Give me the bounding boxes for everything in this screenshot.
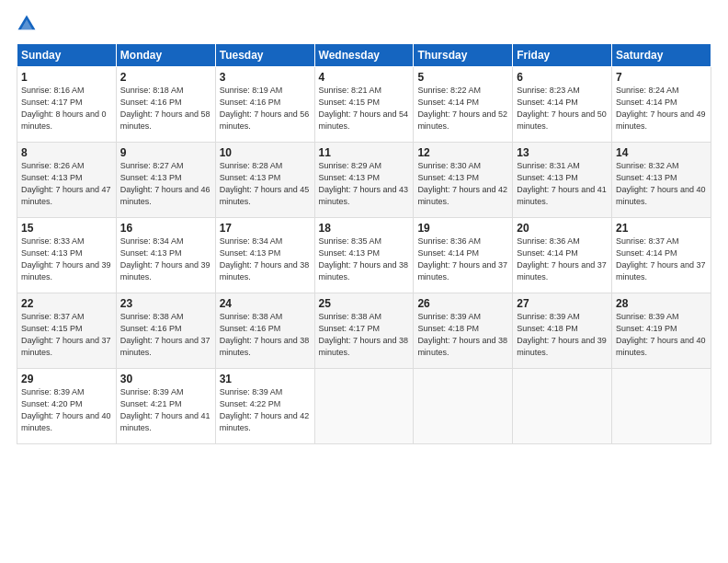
col-header-thursday: Thursday [414, 44, 513, 67]
day-number: 15 [21, 222, 112, 235]
day-detail: Sunrise: 8:38 AMSunset: 4:17 PMDaylight:… [319, 312, 409, 357]
day-cell: 24 Sunrise: 8:38 AMSunset: 4:16 PMDaylig… [215, 293, 314, 369]
day-cell [314, 369, 414, 444]
day-cell [612, 369, 711, 444]
day-detail: Sunrise: 8:34 AMSunset: 4:13 PMDaylight:… [120, 236, 210, 282]
col-header-saturday: Saturday [612, 44, 711, 67]
day-cell: 6 Sunrise: 8:23 AMSunset: 4:14 PMDayligh… [513, 67, 612, 143]
day-number: 3 [220, 71, 311, 84]
day-detail: Sunrise: 8:23 AMSunset: 4:14 PMDaylight:… [517, 86, 607, 131]
day-cell: 10 Sunrise: 8:28 AMSunset: 4:13 PMDaylig… [215, 143, 314, 218]
header-row: SundayMondayTuesdayWednesdayThursdayFrid… [17, 44, 711, 67]
day-detail: Sunrise: 8:30 AMSunset: 4:13 PMDaylight:… [417, 161, 507, 206]
day-number: 30 [120, 373, 211, 385]
calendar-body: 1 Sunrise: 8:16 AMSunset: 4:17 PMDayligh… [17, 67, 711, 444]
day-cell: 1 Sunrise: 8:16 AMSunset: 4:17 PMDayligh… [17, 67, 117, 143]
day-cell: 5 Sunrise: 8:22 AMSunset: 4:14 PMDayligh… [414, 67, 513, 143]
day-detail: Sunrise: 8:36 AMSunset: 4:14 PMDaylight:… [417, 236, 507, 282]
day-number: 1 [21, 71, 112, 84]
week-row-1: 1 Sunrise: 8:16 AMSunset: 4:17 PMDayligh… [17, 67, 711, 143]
day-number: 8 [21, 146, 112, 159]
day-detail: Sunrise: 8:19 AMSunset: 4:16 PMDaylight:… [220, 86, 310, 131]
day-detail: Sunrise: 8:34 AMSunset: 4:13 PMDaylight:… [220, 236, 310, 282]
day-number: 26 [417, 297, 508, 310]
day-cell: 4 Sunrise: 8:21 AMSunset: 4:15 PMDayligh… [314, 67, 414, 143]
day-detail: Sunrise: 8:22 AMSunset: 4:14 PMDaylight:… [417, 86, 507, 131]
day-number: 16 [120, 222, 211, 235]
day-cell: 22 Sunrise: 8:37 AMSunset: 4:15 PMDaylig… [17, 293, 117, 369]
day-detail: Sunrise: 8:29 AMSunset: 4:13 PMDaylight:… [319, 161, 409, 206]
week-row-3: 15 Sunrise: 8:33 AMSunset: 4:13 PMDaylig… [17, 218, 711, 293]
day-number: 13 [517, 146, 608, 159]
col-header-tuesday: Tuesday [215, 44, 314, 67]
day-number: 7 [616, 71, 707, 84]
day-number: 23 [120, 297, 211, 310]
day-cell: 12 Sunrise: 8:30 AMSunset: 4:13 PMDaylig… [414, 143, 513, 218]
day-number: 19 [417, 222, 508, 235]
day-cell: 28 Sunrise: 8:39 AMSunset: 4:19 PMDaylig… [612, 293, 711, 369]
day-cell: 20 Sunrise: 8:36 AMSunset: 4:14 PMDaylig… [513, 218, 612, 293]
day-detail: Sunrise: 8:37 AMSunset: 4:15 PMDaylight:… [21, 312, 111, 357]
day-detail: Sunrise: 8:39 AMSunset: 4:18 PMDaylight:… [517, 312, 607, 357]
day-number: 10 [220, 146, 311, 159]
day-detail: Sunrise: 8:21 AMSunset: 4:15 PMDaylight:… [319, 86, 409, 131]
day-number: 29 [21, 373, 112, 385]
day-number: 4 [319, 71, 410, 84]
calendar-header: SundayMondayTuesdayWednesdayThursdayFrid… [17, 44, 711, 67]
day-cell: 11 Sunrise: 8:29 AMSunset: 4:13 PMDaylig… [314, 143, 414, 218]
day-number: 6 [517, 71, 608, 84]
day-detail: Sunrise: 8:39 AMSunset: 4:18 PMDaylight:… [417, 312, 507, 357]
day-number: 2 [120, 71, 211, 84]
day-detail: Sunrise: 8:35 AMSunset: 4:13 PMDaylight:… [319, 236, 409, 282]
col-header-monday: Monday [116, 44, 215, 67]
week-row-5: 29 Sunrise: 8:39 AMSunset: 4:20 PMDaylig… [17, 369, 711, 444]
day-number: 27 [517, 297, 608, 310]
day-cell: 19 Sunrise: 8:36 AMSunset: 4:14 PMDaylig… [414, 218, 513, 293]
day-cell [513, 369, 612, 444]
day-detail: Sunrise: 8:33 AMSunset: 4:13 PMDaylight:… [21, 236, 111, 282]
day-number: 12 [417, 146, 508, 159]
day-cell: 2 Sunrise: 8:18 AMSunset: 4:16 PMDayligh… [116, 67, 215, 143]
day-detail: Sunrise: 8:32 AMSunset: 4:13 PMDaylight:… [616, 161, 706, 206]
day-cell: 23 Sunrise: 8:38 AMSunset: 4:16 PMDaylig… [116, 293, 215, 369]
day-detail: Sunrise: 8:26 AMSunset: 4:13 PMDaylight:… [21, 161, 111, 206]
day-number: 24 [220, 297, 311, 310]
day-cell: 3 Sunrise: 8:19 AMSunset: 4:16 PMDayligh… [215, 67, 314, 143]
day-cell: 30 Sunrise: 8:39 AMSunset: 4:21 PMDaylig… [116, 369, 215, 444]
page: SundayMondayTuesdayWednesdayThursdayFrid… [0, 0, 728, 563]
day-cell: 7 Sunrise: 8:24 AMSunset: 4:14 PMDayligh… [612, 67, 711, 143]
col-header-friday: Friday [513, 44, 612, 67]
day-cell: 16 Sunrise: 8:34 AMSunset: 4:13 PMDaylig… [116, 218, 215, 293]
day-cell: 9 Sunrise: 8:27 AMSunset: 4:13 PMDayligh… [116, 143, 215, 218]
day-number: 31 [220, 373, 311, 385]
day-cell: 8 Sunrise: 8:26 AMSunset: 4:13 PMDayligh… [17, 143, 117, 218]
day-detail: Sunrise: 8:39 AMSunset: 4:19 PMDaylight:… [616, 312, 706, 357]
day-detail: Sunrise: 8:18 AMSunset: 4:16 PMDaylight:… [120, 86, 210, 131]
day-cell: 26 Sunrise: 8:39 AMSunset: 4:18 PMDaylig… [414, 293, 513, 369]
day-number: 9 [120, 146, 211, 159]
day-detail: Sunrise: 8:39 AMSunset: 4:21 PMDaylight:… [120, 387, 210, 432]
day-cell: 29 Sunrise: 8:39 AMSunset: 4:20 PMDaylig… [17, 369, 117, 444]
day-detail: Sunrise: 8:28 AMSunset: 4:13 PMDaylight:… [220, 161, 310, 206]
day-number: 17 [220, 222, 311, 235]
day-cell: 27 Sunrise: 8:39 AMSunset: 4:18 PMDaylig… [513, 293, 612, 369]
day-cell: 31 Sunrise: 8:39 AMSunset: 4:22 PMDaylig… [215, 369, 314, 444]
logo-icon [17, 14, 37, 34]
day-detail: Sunrise: 8:24 AMSunset: 4:14 PMDaylight:… [616, 86, 706, 131]
day-cell: 14 Sunrise: 8:32 AMSunset: 4:13 PMDaylig… [612, 143, 711, 218]
day-number: 20 [517, 222, 608, 235]
day-number: 14 [616, 146, 707, 159]
day-number: 28 [616, 297, 707, 310]
header [17, 14, 711, 34]
day-detail: Sunrise: 8:37 AMSunset: 4:14 PMDaylight:… [616, 236, 706, 282]
day-detail: Sunrise: 8:39 AMSunset: 4:22 PMDaylight:… [220, 387, 310, 432]
day-detail: Sunrise: 8:38 AMSunset: 4:16 PMDaylight:… [120, 312, 210, 357]
week-row-4: 22 Sunrise: 8:37 AMSunset: 4:15 PMDaylig… [17, 293, 711, 369]
day-number: 22 [21, 297, 112, 310]
day-number: 11 [319, 146, 410, 159]
day-cell: 21 Sunrise: 8:37 AMSunset: 4:14 PMDaylig… [612, 218, 711, 293]
day-cell: 18 Sunrise: 8:35 AMSunset: 4:13 PMDaylig… [314, 218, 414, 293]
day-number: 18 [319, 222, 410, 235]
day-detail: Sunrise: 8:39 AMSunset: 4:20 PMDaylight:… [21, 387, 111, 432]
day-cell: 15 Sunrise: 8:33 AMSunset: 4:13 PMDaylig… [17, 218, 117, 293]
